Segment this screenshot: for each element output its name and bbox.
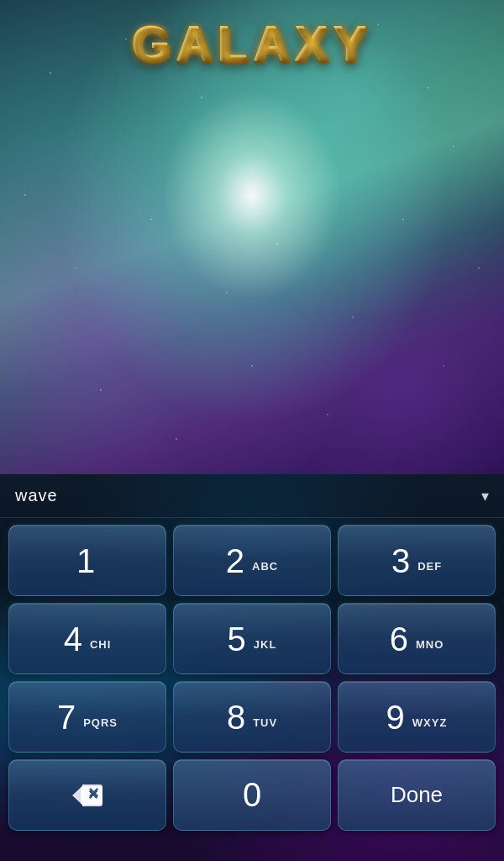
key-5-letters: JKL [254,638,277,651]
key-3-letters: DEF [417,560,442,573]
key-8[interactable]: 8 TUV [173,681,331,753]
bs-body: ✕ [82,784,102,806]
key-backspace[interactable]: ✕ [8,759,166,831]
key-5-number: 5 [228,622,246,656]
key-1[interactable]: 1 [8,525,166,596]
key-8-number: 8 [227,700,245,734]
dropdown-arrow-icon[interactable]: ▾ [481,487,489,505]
key-4-letters: CHI [90,638,111,651]
key-2-inner: 2 ABC [226,544,278,578]
backspace-icon: ✕ [72,784,102,806]
keys-grid: 1 2 ABC 3 DEF 4 CHI 5 JKL [0,518,504,837]
key-3-number: 3 [391,544,410,578]
key-8-letters: TUV [253,716,277,729]
bs-x: ✕ [87,789,98,802]
key-1-inner: 1 [76,544,98,578]
key-2[interactable]: 2 ABC [173,525,331,596]
key-9-letters: WXYZ [412,716,448,729]
key-4[interactable]: 4 CHI [8,603,166,674]
key-7-number: 7 [57,700,76,734]
key-2-number: 2 [226,544,244,578]
app-title: GALAXY [0,15,504,73]
keyboard-area: wave ▾ 1 2 ABC 3 DEF 4 CHI [0,474,504,861]
key-0[interactable]: 0 [173,759,331,831]
key-2-letters: ABC [252,560,278,573]
key-7-letters: PQRS [83,716,118,729]
key-6[interactable]: 6 MNO [338,603,496,674]
key-5[interactable]: 5 JKL [173,603,331,674]
key-9-number: 9 [386,700,405,734]
key-1-number: 1 [76,544,95,578]
key-9-inner: 9 WXYZ [386,700,448,734]
key-3[interactable]: 3 DEF [338,525,496,596]
key-6-inner: 6 MNO [390,622,444,656]
key-5-inner: 5 JKL [228,622,277,656]
key-0-number: 0 [243,776,261,814]
key-4-number: 4 [64,622,82,656]
key-6-number: 6 [390,622,408,656]
key-8-inner: 8 TUV [227,700,277,734]
key-6-letters: MNO [416,638,444,651]
key-done[interactable]: Done [338,759,496,831]
key-4-inner: 4 CHI [64,622,112,656]
key-9[interactable]: 9 WXYZ [338,681,496,753]
key-7-inner: 7 PQRS [57,700,118,734]
key-3-inner: 3 DEF [391,544,442,578]
galaxy-background: GALAXY [0,0,504,488]
input-bar: wave ▾ [0,474,504,518]
input-text: wave [15,486,58,505]
key-done-label: Done [391,782,443,808]
key-7[interactable]: 7 PQRS [8,681,166,753]
